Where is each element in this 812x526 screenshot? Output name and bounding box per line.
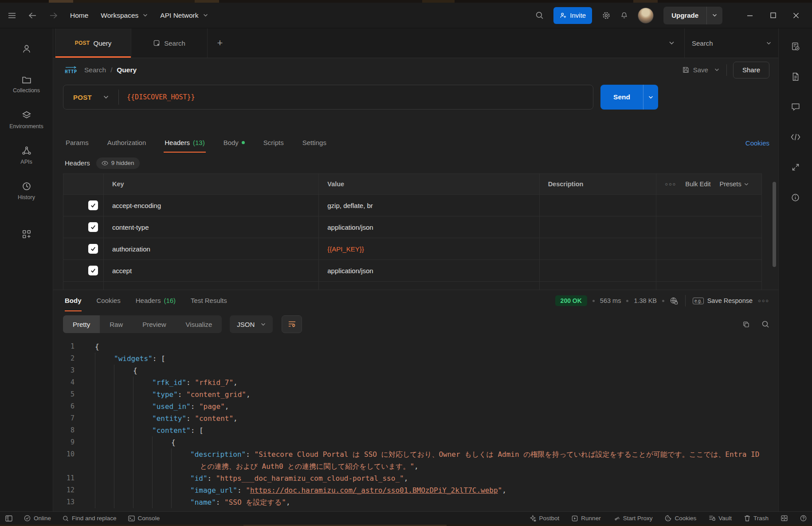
vault-button[interactable]: Vault <box>709 515 732 522</box>
runner-button[interactable]: Runner <box>572 515 600 522</box>
fold-gutter[interactable] <box>82 353 95 365</box>
header-value[interactable]: application/json <box>318 216 539 238</box>
tab-post-query[interactable]: POST Query <box>55 28 131 58</box>
response-tab-body[interactable]: Body <box>65 290 82 311</box>
help-icon[interactable] <box>800 515 807 522</box>
header-description[interactable] <box>539 260 656 281</box>
sidebar-item-collections[interactable]: Collections <box>0 67 53 102</box>
code-snippet-icon[interactable] <box>787 129 804 145</box>
header-checkbox[interactable] <box>88 222 98 232</box>
documentation-icon[interactable] <box>787 68 804 85</box>
window-maximize-icon[interactable] <box>761 3 785 28</box>
format-dropdown[interactable]: JSON <box>230 315 273 333</box>
cookies-button[interactable]: Cookies <box>665 515 696 522</box>
header-key[interactable]: accept-encoding <box>103 195 318 216</box>
header-description[interactable] <box>539 238 656 259</box>
hamburger-menu-icon[interactable] <box>8 12 16 19</box>
fold-gutter[interactable] <box>82 448 95 472</box>
method-selector[interactable]: POST <box>63 94 118 101</box>
sidebar-item-environments[interactable]: Environments <box>0 102 53 137</box>
header-checkbox[interactable] <box>88 266 98 275</box>
tab-scripts[interactable]: Scripts <box>263 133 285 153</box>
response-tab-headers[interactable]: Headers(16) <box>136 290 176 311</box>
fold-gutter[interactable] <box>82 436 95 448</box>
header-value[interactable]: application/json <box>318 260 539 281</box>
tab-search[interactable]: Search <box>131 28 208 58</box>
environment-quick-look-icon[interactable] <box>787 38 804 55</box>
connection-status[interactable]: Online <box>24 515 51 522</box>
start-proxy-button[interactable]: Start Proxy <box>613 515 653 522</box>
header-key[interactable]: authorization <box>103 238 318 259</box>
sidebar-item-apis[interactable]: APIs <box>0 137 53 173</box>
fold-gutter[interactable] <box>82 389 95 400</box>
view-visualize[interactable]: Visualize <box>176 315 222 333</box>
gear-icon[interactable] <box>602 11 611 20</box>
response-body-viewer[interactable]: 1{2"widgets": [3{4"rfk_id": "rfkid_7",5"… <box>53 337 778 511</box>
bell-icon[interactable] <box>620 12 628 20</box>
header-key[interactable]: content-type <box>103 216 318 238</box>
response-tab-test-results[interactable]: Test Results <box>191 290 227 311</box>
search-icon[interactable] <box>535 11 544 20</box>
breadcrumb-parent[interactable]: Search <box>84 66 106 74</box>
tab-params[interactable]: Params <box>65 133 90 153</box>
header-description[interactable] <box>539 195 656 216</box>
window-minimize-icon[interactable] <box>738 3 761 28</box>
copy-icon[interactable] <box>742 321 750 328</box>
user-avatar[interactable] <box>638 8 654 24</box>
view-raw[interactable]: Raw <box>100 315 133 333</box>
breadcrumb-current[interactable]: Query <box>117 66 137 74</box>
header-key[interactable]: accept <box>103 260 318 281</box>
presets-dropdown[interactable]: Presets <box>719 181 748 188</box>
share-button[interactable]: Share <box>733 62 769 79</box>
value-input[interactable]: Value <box>318 282 539 290</box>
tab-headers[interactable]: Headers(13) <box>164 133 205 153</box>
save-chevron-icon[interactable] <box>708 68 726 71</box>
fold-gutter[interactable] <box>82 496 95 508</box>
trash-button[interactable]: Trash <box>744 515 769 522</box>
header-checkbox[interactable] <box>88 200 98 210</box>
send-options-chevron-icon[interactable] <box>643 85 658 110</box>
new-tab-button[interactable]: + <box>208 28 232 58</box>
fold-gutter[interactable] <box>82 400 95 412</box>
sidebar-profile-icon[interactable] <box>0 37 53 60</box>
header-value[interactable]: {{API_KEY}} <box>318 238 539 259</box>
tab-settings[interactable]: Settings <box>302 133 327 153</box>
sidebar-more-tools-icon[interactable] <box>0 224 53 245</box>
nav-workspaces[interactable]: Workspaces <box>101 12 148 20</box>
search-response-icon[interactable] <box>761 320 769 328</box>
toggle-sidebar-icon[interactable] <box>5 515 12 522</box>
fold-gutter[interactable] <box>82 484 95 496</box>
postbot-button[interactable]: Postbot <box>530 515 560 522</box>
save-button[interactable]: Save <box>682 66 708 74</box>
view-pretty[interactable]: Pretty <box>63 315 100 333</box>
split-panel-icon[interactable] <box>781 515 788 521</box>
tab-authorization[interactable]: Authorization <box>106 133 147 153</box>
comments-icon[interactable] <box>787 98 804 115</box>
window-close-icon[interactable] <box>785 3 808 28</box>
vertical-scrollbar[interactable] <box>773 182 776 267</box>
bulk-edit-button[interactable]: Bulk Edit <box>685 181 710 188</box>
forward-arrow-icon[interactable] <box>49 12 58 19</box>
upgrade-chevron-icon[interactable] <box>706 7 722 24</box>
fold-gutter[interactable] <box>82 377 95 389</box>
key-input[interactable]: Key <box>103 282 318 290</box>
tab-body[interactable]: Body <box>223 133 246 153</box>
find-and-replace[interactable]: Find and replace <box>63 515 117 522</box>
save-response-button[interactable]: e.g. Save Response <box>693 297 753 304</box>
tab-overflow-chevron-icon[interactable] <box>659 41 684 45</box>
send-button[interactable]: Send <box>600 85 643 110</box>
response-time[interactable]: 563 ms <box>600 297 621 304</box>
hidden-headers-toggle[interactable]: 9 hidden <box>96 157 140 169</box>
nav-home[interactable]: Home <box>70 12 88 20</box>
header-checkbox[interactable] <box>88 244 98 254</box>
console-button[interactable]: Console <box>128 515 160 522</box>
upgrade-button[interactable]: Upgrade <box>663 7 722 24</box>
response-size[interactable]: 1.38 KB <box>634 297 657 304</box>
fold-gutter[interactable] <box>82 412 95 424</box>
nav-api-network[interactable]: API Network <box>160 12 208 20</box>
sidebar-item-history[interactable]: History <box>0 173 53 208</box>
fold-gutter[interactable] <box>82 472 95 484</box>
response-more-options-icon[interactable]: ○○○ <box>758 298 769 303</box>
status-badge[interactable]: 200 OK <box>555 295 587 306</box>
description-input[interactable]: Description <box>539 282 656 290</box>
